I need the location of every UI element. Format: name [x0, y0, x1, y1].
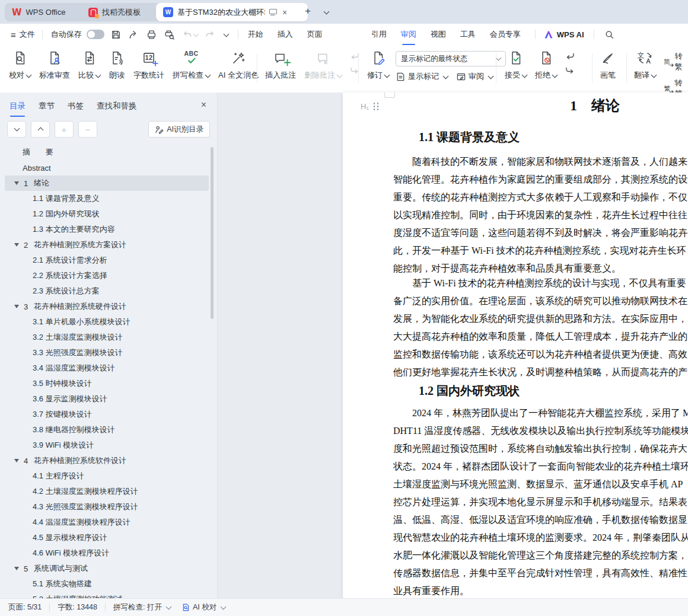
save-icon[interactable]: [110, 28, 122, 40]
sidebar-tab-2[interactable]: 书签: [68, 101, 84, 111]
ai-recognize-toc-button[interactable]: AI识别目录: [148, 121, 210, 138]
translate-button[interactable]: 文 翻译: [630, 49, 660, 82]
toc-item[interactable]: 1.2 国内外研究现状: [0, 206, 212, 222]
menu-item-2[interactable]: 页面: [307, 29, 323, 40]
reject-button[interactable]: 拒绝: [531, 49, 561, 82]
ribbon-collapse-icon[interactable]: [673, 79, 680, 88]
markup-state-select[interactable]: 显示标记的最终状态: [396, 51, 506, 66]
toc-item[interactable]: 4.6 WiFi 模块程序设计: [0, 545, 212, 561]
toc-item[interactable]: 4.3 光照强度监测模块程序设计: [0, 499, 212, 515]
toc-item[interactable]: 4.1 主程序设计: [0, 468, 212, 484]
menu-item-3[interactable]: 引用: [371, 29, 387, 40]
word-count-indicator[interactable]: 字数: 13448: [58, 602, 97, 612]
doc-line[interactable]: 智能化管理。花卉种植作为家庭园艺的重要组成部分，其测控系统的设: [393, 171, 688, 189]
toc-item[interactable]: 4.2 土壤湿度监测模块程序设计: [0, 484, 212, 499]
autosave-toggle[interactable]: [87, 30, 104, 39]
read-aloud-button[interactable]: 朗读: [104, 49, 129, 82]
doc-line[interactable]: 以实现精准控制。同时，由于环境因素的复杂性，花卉生长过程中往往: [393, 206, 688, 224]
menu-item-7[interactable]: 会员专享: [490, 29, 521, 40]
sidebar-tab-1[interactable]: 章节: [39, 101, 55, 111]
toc-item[interactable]: 3.6 显示监测模块设计: [0, 391, 212, 407]
enter-desktop-icon[interactable]: [269, 9, 277, 15]
new-tab-button[interactable]: +: [305, 5, 311, 17]
tab-document-active[interactable]: W 基于STM32的农业大棚环境监 ×: [156, 3, 308, 21]
search-icon[interactable]: [604, 28, 616, 40]
document-page[interactable]: H₁ 1 绪论 1.1 课题背景及意义 随着科技的不断发展，智能家居和物联网技术…: [343, 92, 688, 599]
doc-line[interactable]: 状态。2024 年，褚群杰团队设计了一套面向智能农业的花卉种植土壤环: [393, 458, 688, 475]
doc-line[interactable]: 监控和数据传输功能，该系统还可以为花卉种植者提供更为便捷、高效: [393, 346, 688, 363]
collapse-caret-icon[interactable]: [14, 459, 19, 462]
toc-item[interactable]: 5.1 系统实物搭建: [0, 576, 212, 592]
doc-line[interactable]: 度和光照超过预设范围时，系统将自动触发输出执行控制，确保花卉大: [393, 440, 688, 458]
toc-item[interactable]: 3.2 土壤湿度监测模块设计: [0, 330, 212, 345]
toc-item[interactable]: 3.9 WiFi 模块设计: [0, 438, 212, 453]
show-markup-button[interactable]: 显示标记: [396, 71, 448, 82]
proofread-button[interactable]: 校对: [5, 49, 35, 82]
to-traditional-button[interactable]: 简 转繁: [662, 51, 688, 72]
doc-line[interactable]: 控芯片处理运算，并实现本地化显示屏显示和手机移动端显示。结果表: [393, 493, 688, 511]
doc-line[interactable]: 他们更好地掌握花卉生长状况，及时调整种植策略，从而提高花卉的产: [393, 363, 688, 381]
toc-item[interactable]: 3.8 继电器控制模块设计: [0, 422, 212, 438]
collapse-caret-icon[interactable]: [14, 567, 19, 570]
sidebar-scrollbar[interactable]: [211, 147, 214, 319]
toc-item[interactable]: 4.5 显示模块程序设计: [0, 530, 212, 545]
toc-item[interactable]: 3.4 温湿度监测模块设计: [0, 360, 212, 376]
page-indicator[interactable]: 页面: 5/31: [8, 602, 42, 612]
doc-line[interactable]: 温、低温、高湿、低湿以及适宜环境的响应准确，手机数据传输数据显: [393, 511, 688, 529]
insert-comment-button[interactable]: 插入批注: [261, 49, 300, 82]
review-pane-button[interactable]: 审阅: [456, 71, 493, 82]
menu-item-0[interactable]: 开始: [248, 29, 263, 40]
toc-item[interactable]: 摘 要: [0, 145, 212, 160]
word-count-button[interactable]: 12 字数统计: [129, 49, 168, 82]
tab-docer-templates[interactable]: 找稻壳模板: [81, 3, 162, 21]
doc-line[interactable]: 随着科技的不断发展，智能家居和物联网技术逐渐普及，人们越来: [393, 153, 688, 171]
doc-line[interactable]: 现代智慧农业的花卉种植土壤环境的监测要求。2024 年，荆肇秦团队从: [393, 529, 688, 547]
accept-button[interactable]: 接受: [501, 49, 531, 82]
toc-item[interactable]: 3.3 光照强度监测模块设计: [0, 345, 212, 360]
doc-line[interactable]: DHT11 温湿度传感器、无线收发模块以及输出执行控制系统等功能模块: [393, 422, 688, 440]
tab-wps-office[interactable]: W WPS Office: [5, 3, 91, 21]
doc-title[interactable]: 1 绪论: [343, 96, 688, 115]
toc-item[interactable]: 2.2 系统设计方案选择: [0, 268, 212, 283]
track-changes-button[interactable]: 修订: [363, 49, 393, 82]
tab-list-chevron-icon[interactable]: [324, 9, 330, 15]
doc-heading-1-2[interactable]: 1.2 国内外研究现状: [419, 383, 520, 399]
doc-line[interactable]: 2024 年，林燕芳团队提出了一种智能花卉大棚监控系统，采用了 M: [393, 404, 688, 422]
ai-proofread-button[interactable]: AI 校对: [181, 602, 225, 612]
toc-item[interactable]: 1绪论: [0, 175, 212, 191]
menu-item-6[interactable]: 工具: [460, 29, 476, 40]
toc-item[interactable]: 1.1 课题背景及意义: [0, 191, 212, 206]
toc-item[interactable]: 2.1 系统设计需求分析: [0, 253, 212, 268]
doc-line[interactable]: 备广泛的实用价值。在理论层面，该系统的研究可以推动物联网技术在: [393, 292, 688, 310]
ai-polish-button[interactable]: AI 全文润色: [214, 49, 263, 82]
collapse-caret-icon[interactable]: [14, 181, 19, 185]
toc-collapse-button[interactable]: [31, 121, 50, 138]
toc-item[interactable]: 4花卉种植测控系统软件设计: [0, 453, 212, 468]
export-icon[interactable]: [128, 28, 140, 40]
spell-check-button[interactable]: ABC 拼写检查: [168, 49, 214, 82]
toc-item[interactable]: 3.1 单片机最小系统模块设计: [0, 314, 212, 330]
doc-paragraph[interactable]: 2024 年，林燕芳团队提出了一种智能花卉大棚监控系统，采用了 MDHT11 温…: [393, 404, 688, 599]
toc-item[interactable]: 1.3 本文的主要研究内容: [0, 222, 212, 237]
doc-line[interactable]: 大大提高花卉种植的效率和质量，降低人工管理成本，提升花卉产业的: [393, 328, 688, 346]
doc-line[interactable]: 重要。传统的花卉种植测控方式大多依赖于人工观察和手动操作，不仅: [393, 189, 688, 206]
quick-toolbar-chevron-icon[interactable]: [223, 31, 229, 37]
menu-item-1[interactable]: 插入: [278, 29, 293, 40]
menu-item-4[interactable]: 审阅: [401, 29, 416, 40]
toc-item[interactable]: Abstract: [0, 160, 212, 175]
file-menu[interactable]: ≡ 文件: [0, 29, 35, 40]
doc-line[interactable]: 传感器数据信息，并集中至平台完成针对性管理，具有高效性、精准性: [393, 564, 688, 582]
collapse-caret-icon[interactable]: [14, 243, 19, 247]
previous-change-icon[interactable]: [563, 51, 576, 62]
toc-item[interactable]: 5系统调试与测试: [0, 561, 212, 576]
toc-item[interactable]: 3.5 时钟模块设计: [0, 376, 212, 391]
toc-expand-button[interactable]: [7, 121, 26, 138]
toc-item[interactable]: 2花卉种植测控系统方案设计: [0, 237, 212, 253]
doc-line[interactable]: 发展，为智能化农业系统的研究提供新的思路和方法。在实际应用中，: [393, 310, 688, 328]
doc-line[interactable]: 此，开发一种基于 Wi-Fi 技术的花卉种植测控系统，实现对花卉生长环: [393, 242, 688, 260]
close-tab-icon[interactable]: ×: [281, 8, 288, 17]
wps-ai-menu[interactable]: WPS AI: [544, 30, 584, 39]
sidebar-tab-0[interactable]: 目录: [9, 101, 26, 111]
next-change-icon[interactable]: [563, 65, 576, 76]
toc-item[interactable]: 4.4 温湿度监测模块程序设计: [0, 515, 212, 530]
